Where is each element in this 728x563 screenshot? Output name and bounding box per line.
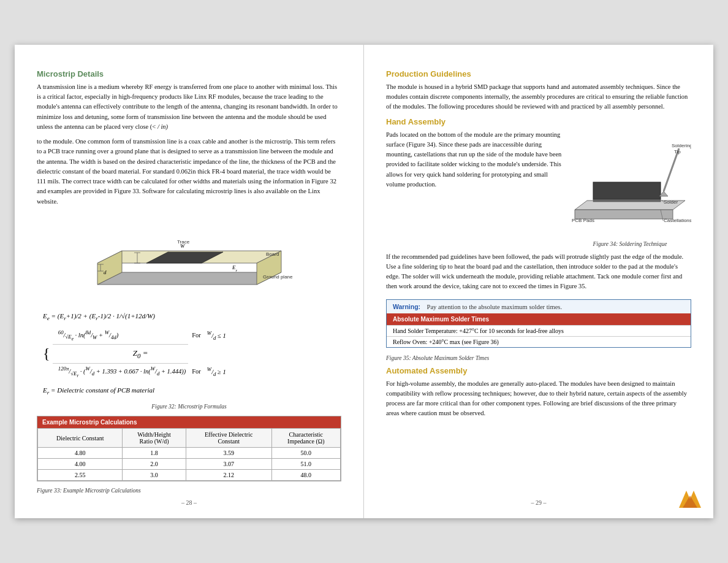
svg-text:Tip: Tip [674, 149, 681, 155]
production-title: Production Guidelines [386, 69, 691, 79]
col-header-impedance: CharacteristicImpedance (Ω) [271, 429, 340, 448]
left-page: Microstrip Details A transmission line i… [15, 45, 364, 519]
warning-label: Warning: [393, 303, 420, 310]
formula1: Ee = (Er+1)/2 + (Er-1)/2 · 1/√(1+12d/W) [43, 310, 335, 324]
microstrip-diagram: W d Er Board Ground plane Trace [85, 214, 294, 303]
caption-35: Figure 35: Absolute Maximum Solder Times [386, 355, 691, 361]
soldering-diagram: Soldering Iron Tip Solder PCB Pads Caste… [569, 130, 691, 237]
warning-text: Pay attention to the absolute maximum so… [427, 304, 562, 310]
svg-rect-19 [593, 182, 661, 199]
automated-assembly-title: Automated Assembly [386, 366, 691, 375]
formula4: Er = Dielectric constant of PCB material [43, 385, 335, 398]
page-number-right: – 29 – [531, 499, 547, 506]
caption-32: Figure 32: Microstrip Formulas [37, 404, 341, 410]
microstrip-body2: to the module. One common form of transm… [37, 137, 341, 207]
microstrip-intro: A transmission line is a medium whereby … [37, 82, 341, 132]
automated-assembly-section: Automated Assembly For high-volume assem… [386, 366, 691, 419]
solder-row-2: Reflow Oven: +240°C max (see Figure 36) [387, 336, 691, 347]
col-header-effective: Effective DielectricConstant [186, 429, 271, 448]
hand-assembly-content: Pads located on the bottom of the module… [386, 130, 691, 247]
microstrip-table: Example Microstrip Calculations Dielectr… [37, 416, 341, 481]
data-table: Dielectric Constant Width/HeightRatio (W… [37, 428, 341, 481]
caption-34: Figure 34: Soldering Technique [569, 241, 691, 247]
logo-area [679, 491, 701, 509]
microstrip-diagram-container: W d Er Board Ground plane Trace [37, 214, 341, 303]
table-header: Example Microstrip Calculations [37, 416, 341, 428]
production-body: The module is housed in a hybrid SMD pac… [386, 82, 691, 112]
svg-text:Board: Board [266, 251, 279, 257]
svg-text:Castellations: Castellations [664, 218, 691, 223]
hand-assembly-text: Pads located on the bottom of the module… [386, 130, 563, 247]
svg-marker-0 [97, 272, 281, 285]
svg-text:d: d [104, 269, 107, 275]
warning-box: Warning: Pay attention to the absolute m… [386, 299, 691, 348]
table-row: 4.801.83.5950.0 [38, 448, 341, 459]
right-page: Production Guidelines The module is hous… [364, 45, 713, 519]
table-row: 2.553.02.1248.0 [38, 470, 341, 481]
table-row: 4.002.03.0751.0 [38, 459, 341, 470]
solder-table-header: Absolute Maximum Solder Times [387, 313, 691, 325]
soldering-diagram-container: Soldering Iron Tip Solder PCB Pads Caste… [569, 130, 691, 247]
col-header-ratio: Width/HeightRatio (W/d) [123, 429, 186, 448]
company-logo [679, 491, 701, 508]
microstrip-title: Microstrip Details [37, 69, 341, 79]
svg-text:Solder: Solder [664, 199, 678, 205]
warning-header: Warning: Pay attention to the absolute m… [387, 300, 691, 313]
solder-row-1: Hand Solder Temperature: +427°C for 10 s… [387, 325, 691, 336]
svg-text:Trace: Trace [177, 239, 190, 245]
formula-area: Ee = (Er+1)/2 + (Er-1)/2 · 1/√(1+12d/W) … [37, 310, 341, 397]
hand-assembly-body2: If the recommended pad guidelines have b… [386, 252, 691, 292]
formula-z0: { 60/√Ee · ln(8d/W + W/4d) For W/d ≤ 1 Z… [43, 327, 335, 381]
svg-line-21 [664, 148, 679, 191]
caption-33: Figure 33: Example Microstrip Calculatio… [37, 488, 341, 494]
production-section: Production Guidelines The module is hous… [386, 69, 691, 112]
svg-text:Ground plane: Ground plane [263, 274, 293, 280]
microstrip-section: Microstrip Details A transmission line i… [37, 69, 341, 207]
hand-assembly-title: Hand Assembly [386, 117, 691, 126]
svg-text:PCB Pads: PCB Pads [572, 218, 594, 223]
svg-text:Er: Er [232, 264, 238, 273]
hand-assembly-section: Hand Assembly Pads located on the bottom… [386, 117, 691, 292]
svg-rect-20 [593, 199, 661, 202]
automated-assembly-body: For high-volume assembly, the modules ar… [386, 379, 691, 419]
page-number-left: – 28 – [181, 499, 197, 506]
col-header-dielectric: Dielectric Constant [38, 429, 123, 448]
svg-text:Soldering Iron: Soldering Iron [672, 143, 691, 148]
